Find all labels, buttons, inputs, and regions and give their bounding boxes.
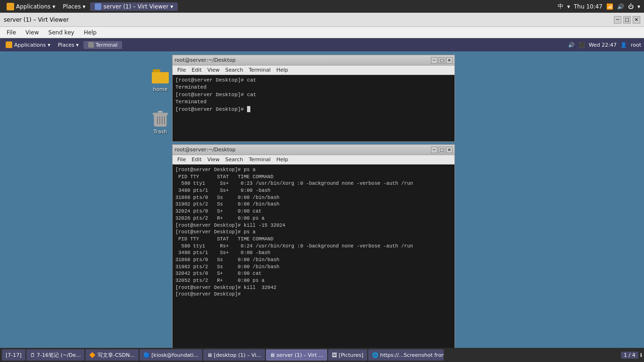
host-task-4-label: 🔵 [kiosk@foundati...: [143, 352, 198, 358]
terminal-2-close[interactable]: ✕: [446, 147, 453, 153]
guest-username: root: [631, 42, 641, 48]
host-task-8-label: 🌐 https://...Screenshot from ...: [372, 352, 444, 358]
close-button[interactable]: ✕: [633, 16, 640, 24]
maximize-button[interactable]: □: [623, 16, 631, 24]
host-applications-button[interactable]: Applications ▾: [4, 2, 58, 11]
trash-icon: [151, 109, 170, 128]
host-time: Thu 10:47: [574, 3, 603, 10]
t2-l13: 3480 pts/1 Ss+ 0:00 -bash: [175, 249, 452, 256]
guest-user-icon: 👤: [620, 42, 627, 48]
host-task-5[interactable]: 🖥 [desktop (1) – Vi...: [203, 349, 265, 361]
virt-viewer-titlebar: server (1) – Virt Viewer ─ □ ✕: [0, 13, 644, 27]
terminal-1-close[interactable]: ✕: [446, 57, 453, 64]
t2-l7: 32024 pts/0 S+ 0:00 cat: [175, 208, 452, 215]
t2-l17: 32052 pts/2 R+ 0:00 ps a: [175, 277, 452, 284]
t2-menu-edit[interactable]: Edit: [189, 156, 204, 163]
guest-screen-icon: ⬛: [578, 42, 585, 48]
host-task-1[interactable]: [7-17]: [2, 349, 25, 361]
host-task-2-label: 🗒 7-16笔记 (~/De...: [30, 352, 81, 359]
guest-terminal-tab[interactable]: Terminal: [83, 41, 123, 49]
t1-menu-view[interactable]: View: [205, 66, 223, 74]
host-task-5-label: 🖥 [desktop (1) – Vi...: [207, 352, 261, 358]
host-task-3[interactable]: 🔶 写文章-CSDN...: [85, 349, 138, 361]
virt-viewer-tab-label: server (1) – Virt Viewer: [103, 3, 168, 10]
wifi-icon: 📶: [606, 3, 613, 10]
host-places-button[interactable]: Places ▾: [60, 2, 88, 11]
guest-places-button[interactable]: Places ▾: [55, 41, 82, 49]
guest-apps-icon: [6, 41, 12, 48]
guest-vol-icon[interactable]: 🔊: [568, 42, 575, 48]
host-task-6-label: 🖥 server (1) – Virt ...: [270, 352, 323, 358]
virt-viewer-tab-arrow: ▾: [170, 3, 173, 10]
guest-applications-button[interactable]: Applications ▾: [3, 41, 53, 49]
menu-file[interactable]: File: [2, 28, 21, 37]
t2-l9: [root@server Desktop]# kill -15 32024: [175, 222, 452, 229]
host-apps-icon: [7, 3, 14, 10]
t2-l2: PID TTY STAT TIME COMMAND: [175, 173, 452, 181]
guest-terminal-icon: [88, 42, 94, 48]
guest-apps-label: Applications: [14, 42, 46, 48]
terminal-1-line-5: [root@server Desktop]#: [175, 106, 452, 113]
t2-menu-help[interactable]: Help: [273, 156, 291, 163]
t2-menu-view[interactable]: View: [205, 156, 223, 163]
host-virtviewer-tab[interactable]: server (1) – Virt Viewer ▾: [90, 2, 178, 11]
t1-menu-file[interactable]: File: [174, 66, 189, 74]
host-task-8[interactable]: 🌐 https://...Screenshot from ...: [368, 349, 444, 361]
guest-places-arrow: ▾: [76, 42, 79, 48]
host-taskbar-right: 中 ▾ Thu 10:47 📶 🔊 ⏻ ▾: [558, 2, 640, 10]
terminal-2-titlebar: root@server:~/Desktop ─ □ ✕: [173, 145, 454, 155]
terminal-1-title: root@server:~/Desktop: [174, 57, 236, 63]
terminal-2-body[interactable]: [root@server Desktop]# ps a PID TTY STAT…: [173, 165, 454, 354]
t2-menu-search[interactable]: Search: [223, 156, 246, 163]
host-task-6[interactable]: 🖥 server (1) – Virt ...: [266, 349, 327, 361]
terminal-window-1: root@server:~/Desktop ─ □ ✕ File Edit Vi…: [172, 55, 455, 142]
host-taskbar-arrow: ▾: [567, 3, 570, 10]
terminal-1-line-1: [root@server Desktop]# cat: [175, 77, 452, 84]
menu-view[interactable]: View: [21, 28, 43, 37]
terminal-2-maximize[interactable]: □: [438, 147, 445, 153]
menu-sendkey[interactable]: Send key: [44, 28, 79, 37]
host-task-2[interactable]: 🗒 7-16笔记 (~/De...: [26, 349, 85, 361]
terminal-2-menubar: File Edit View Search Terminal Help: [173, 155, 454, 165]
t2-menu-file[interactable]: File: [174, 156, 189, 163]
terminal-1-line-4: Terminated: [175, 99, 452, 106]
host-task-7-label: 🖼 [Pictures]: [332, 352, 363, 358]
host-places-label: Places: [63, 3, 81, 10]
t1-menu-help[interactable]: Help: [273, 66, 291, 74]
t1-menu-search[interactable]: Search: [223, 66, 246, 74]
terminal-2-minimize[interactable]: ─: [431, 147, 438, 153]
virt-viewer-window-title: server (1) – Virt Viewer: [4, 16, 69, 23]
terminal-1-minimize[interactable]: ─: [431, 57, 438, 64]
t2-l8: 32026 pts/2 R+ 0:00 ps a: [175, 215, 452, 222]
host-pager-text[interactable]: 1 / 4: [621, 352, 638, 359]
t2-menu-terminal[interactable]: Terminal: [246, 156, 274, 163]
host-places-arrow: ▾: [83, 3, 85, 10]
t1-menu-edit[interactable]: Edit: [189, 66, 204, 74]
host-task-7[interactable]: 🖼 [Pictures]: [328, 349, 367, 361]
minimize-button[interactable]: ─: [614, 16, 621, 24]
guest-apps-arrow: ▾: [48, 42, 50, 48]
terminal-1-body[interactable]: [root@server Desktop]# cat Terminated [r…: [173, 75, 454, 141]
menu-help[interactable]: Help: [79, 28, 101, 37]
host-input-method[interactable]: 中: [558, 2, 563, 10]
window-controls: ─ □ ✕: [614, 16, 640, 24]
host-pager-icon: ℹ: [640, 352, 642, 358]
volume-icon[interactable]: 🔊: [617, 3, 624, 10]
host-taskbar-bottom: [7-17] 🗒 7-16笔记 (~/De... 🔶 写文章-CSDN... 🔵…: [0, 348, 644, 362]
t1-menu-terminal[interactable]: Terminal: [246, 66, 274, 74]
trash-icon-label: Trash: [153, 129, 167, 135]
terminal-1-menubar: File Edit View Search Terminal Help: [173, 66, 454, 75]
t2-l12: 580 tty1 Rs+ 0:24 /usr/bin/Xorg :0 -back…: [175, 243, 452, 250]
guest-places-label: Places: [58, 42, 74, 48]
t2-l16: 32042 pts/0 S+ 0:00 cat: [175, 270, 452, 277]
power-icon[interactable]: ⏻: [628, 3, 634, 10]
t2-l1: [root@server Desktop]# ps a: [175, 166, 452, 173]
terminal-1-controls: ─ □ ✕: [431, 57, 453, 64]
terminal-1-line-3: [root@server Desktop]# cat: [175, 91, 452, 99]
t2-l5: 31868 pts/0 Ss 0:00 /bin/bash: [175, 194, 452, 201]
virt-viewer-menubar: File View Send key Help: [0, 27, 644, 38]
host-task-4[interactable]: 🔵 [kiosk@foundati...: [140, 349, 202, 361]
host-task-1-label: [7-17]: [6, 352, 22, 358]
terminal-1-maximize[interactable]: □: [438, 57, 445, 64]
host-task-3-label: 🔶 写文章-CSDN...: [89, 352, 134, 359]
